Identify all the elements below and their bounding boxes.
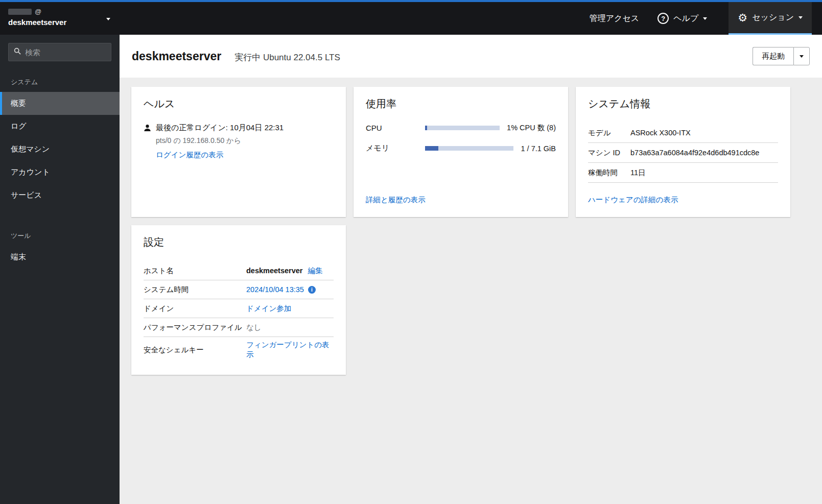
memory-label: メモリ <box>366 143 425 153</box>
login-history-link[interactable]: ログイン履歴の表示 <box>156 150 223 160</box>
memory-usage-row: メモリ 1 / 7.1 GiB <box>366 143 556 153</box>
search-input[interactable] <box>25 48 106 57</box>
masthead: @ deskmeetserver 管理アクセス ? ヘルプ ⚙ セッション <box>0 2 822 35</box>
sidebar-item-logs[interactable]: ログ <box>0 115 120 138</box>
usage-card-footer: 詳細と履歴の表示 <box>366 195 556 205</box>
hostname-value: deskmeetserver <box>246 267 302 275</box>
usage-card: 使用率 CPU 1% CPU 数 (8) メモリ 1 / 7.1 GiB <box>354 87 568 217</box>
ssh-keys-label: 安全なシェルキー <box>144 345 246 355</box>
table-row: 稼働時間 11日 <box>588 163 778 183</box>
restart-button[interactable]: 再起動 <box>753 47 793 65</box>
app-layout: システム 概要 ログ 仮想マシン アカウント サービス ツール 端末 deskm… <box>0 35 822 504</box>
restart-dropdown-toggle[interactable] <box>793 47 810 65</box>
table-row: モデル ASRock X300-ITX <box>588 123 778 143</box>
sidebar-item-virtual-machines[interactable]: 仮想マシン <box>0 138 120 161</box>
session-menu-button[interactable]: ⚙ セッション <box>729 2 812 35</box>
chevron-down-icon <box>798 16 803 19</box>
health-card-title: ヘルス <box>144 97 334 111</box>
search-icon <box>14 47 21 57</box>
memory-progress-bar <box>425 146 513 151</box>
session-label: セッション <box>752 12 794 23</box>
host-status: 実行中 Ubuntu 22.04.5 LTS <box>234 52 340 63</box>
title-group: deskmeetserver 実行中 Ubuntu 22.04.5 LTS <box>132 50 340 63</box>
last-login-text: 最後の正常ログイン: 10月04日 22:31 <box>156 123 284 133</box>
cpu-label: CPU <box>366 124 425 132</box>
system-info-card: システム情報 モデル ASRock X300-ITX マシン ID b73a63… <box>576 87 790 217</box>
system-info-card-title: システム情報 <box>588 97 778 111</box>
system-time-label: システム時間 <box>144 285 246 295</box>
configuration-card-title: 設定 <box>144 235 334 249</box>
ssh-keys-row: 安全なシェルキー フィンガープリントの表示 <box>144 337 334 363</box>
overview-cards: ヘルス 最後の正常ログイン: 10月04日 22:31 pts/0 の 192.… <box>120 78 822 387</box>
admin-access-label: 管理アクセス <box>590 13 640 24</box>
last-login-info: 最後の正常ログイン: 10月04日 22:31 pts/0 の 192.168.… <box>156 123 284 160</box>
page-title: deskmeetserver <box>132 50 221 63</box>
help-icon: ? <box>657 13 669 24</box>
memory-progress-fill <box>425 146 438 151</box>
machine-id-value: b73a63a7a6084a4f92e4d6db491cdc8e <box>630 149 759 157</box>
usage-card-title: 使用率 <box>366 97 556 111</box>
help-label: ヘルプ <box>673 13 698 24</box>
table-row: マシン ID b73a63a7a6084a4f92e4d6db491cdc8e <box>588 143 778 163</box>
chevron-down-icon <box>106 18 110 20</box>
host-switcher-toggle[interactable]: @ deskmeetserver <box>0 2 120 35</box>
system-info-card-footer: ハードウェアの詳細の表示 <box>588 195 778 205</box>
performance-profile-row: パフォーマンスプロファイル なし <box>144 318 334 337</box>
info-icon[interactable]: i <box>308 286 316 294</box>
last-login-source: pts/0 の 192.168.0.50 から <box>156 136 284 146</box>
model-value: ASRock X300-ITX <box>630 129 691 137</box>
hostname-label: ホスト名 <box>144 266 246 276</box>
gear-icon: ⚙ <box>738 12 747 23</box>
hardware-details-link[interactable]: ハードウェアの詳細の表示 <box>588 196 678 204</box>
masthead-user-line: @ <box>8 8 111 15</box>
join-domain-link[interactable]: ドメイン参加 <box>246 304 291 314</box>
health-card: ヘルス 最後の正常ログイン: 10月04日 22:31 pts/0 の 192.… <box>131 87 346 217</box>
restart-button-group: 再起動 <box>753 47 810 65</box>
system-time-link[interactable]: 2024/10/04 13:35 <box>246 285 304 294</box>
redacted-username <box>8 9 32 15</box>
domain-label: ドメイン <box>144 304 246 314</box>
sidebar-section-tools: ツール <box>0 223 120 246</box>
sidebar-item-terminal[interactable]: 端末 <box>0 246 120 269</box>
cpu-progress-bar <box>425 126 500 130</box>
sidebar-item-overview[interactable]: 概要 <box>0 92 120 115</box>
sidebar-item-accounts[interactable]: アカウント <box>0 161 120 184</box>
cpu-usage-row: CPU 1% CPU 数 (8) <box>366 123 556 133</box>
hostname-row: ホスト名 deskmeetserver 編集 <box>144 261 334 280</box>
chevron-down-icon <box>703 17 707 20</box>
sidebar-item-services[interactable]: サービス <box>0 184 120 207</box>
uptime-label: 稼働時間 <box>588 168 630 178</box>
machine-id-label: マシン ID <box>588 148 630 158</box>
system-time-row: システム時間 2024/10/04 13:35 i <box>144 280 334 299</box>
masthead-actions: 管理アクセス ? ヘルプ ⚙ セッション <box>120 2 822 35</box>
model-label: モデル <box>588 128 630 138</box>
sidebar-search[interactable] <box>8 43 111 61</box>
main-area: deskmeetserver 実行中 Ubuntu 22.04.5 LTS 再起… <box>120 35 822 504</box>
usage-details-link[interactable]: 詳細と履歴の表示 <box>366 196 426 204</box>
show-fingerprints-link[interactable]: フィンガープリントの表示 <box>246 340 334 359</box>
masthead-hostname: deskmeetserver <box>8 18 111 27</box>
sidebar: システム 概要 ログ 仮想マシン アカウント サービス ツール 端末 <box>0 35 120 504</box>
cpu-progress-fill <box>425 126 427 130</box>
chevron-down-icon <box>800 55 804 58</box>
sidebar-section-system: システム <box>0 69 120 92</box>
domain-row: ドメイン ドメイン参加 <box>144 299 334 318</box>
system-info-table: モデル ASRock X300-ITX マシン ID b73a63a7a6084… <box>588 123 778 183</box>
uptime-value: 11日 <box>630 168 646 178</box>
last-login-row: 最後の正常ログイン: 10月04日 22:31 pts/0 の 192.168.… <box>144 123 334 160</box>
at-symbol: @ <box>35 8 41 15</box>
performance-profile-label: パフォーマンスプロファイル <box>144 323 246 332</box>
cpu-value: 1% CPU 数 (8) <box>507 123 556 133</box>
performance-profile-value: なし <box>246 323 262 332</box>
configuration-card: 設定 ホスト名 deskmeetserver 編集 システム時間 2024/10… <box>131 225 346 375</box>
page-header: deskmeetserver 実行中 Ubuntu 22.04.5 LTS 再起… <box>120 35 822 78</box>
hostname-edit-link[interactable]: 編集 <box>308 266 322 276</box>
help-menu-button[interactable]: ? ヘルプ <box>648 2 716 35</box>
user-icon <box>144 124 151 160</box>
memory-value: 1 / 7.1 GiB <box>521 145 556 153</box>
admin-access-button[interactable]: 管理アクセス <box>580 2 649 35</box>
